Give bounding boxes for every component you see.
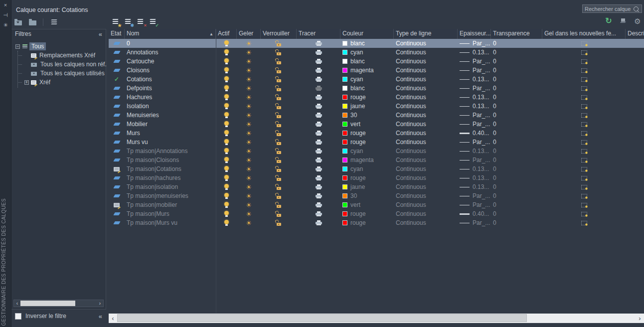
- linetype-cell[interactable]: Continuous: [394, 164, 458, 173]
- lineweight-cell[interactable]: Par_...: [458, 120, 491, 129]
- description-cell[interactable]: [626, 111, 644, 120]
- lineweight-cell[interactable]: Par_...: [458, 191, 491, 200]
- layer-name-cell[interactable]: Tp maison|Cotations: [125, 164, 216, 173]
- description-cell[interactable]: [626, 200, 644, 209]
- table-row[interactable]: Tp maison|mobilier☀vertContinuousPar_...…: [109, 200, 644, 209]
- layer-name-cell[interactable]: Tp maison|menuiseries: [125, 191, 216, 200]
- lock-cell[interactable]: [261, 209, 297, 218]
- transparency-cell[interactable]: 0: [491, 120, 542, 129]
- table-row[interactable]: Murs vu☀rougeContinuousPar_...0: [109, 138, 644, 147]
- freeze-cell[interactable]: ☀: [237, 156, 261, 164]
- table-row[interactable]: Tp maison|Cotations☀cyanContinuous0.13..…: [109, 164, 644, 173]
- column-header-geler[interactable]: Geler: [237, 29, 261, 39]
- linetype-cell[interactable]: Continuous: [394, 218, 458, 227]
- search-box[interactable]: [582, 4, 642, 13]
- table-row[interactable]: Menuiseries☀30ContinuousPar_...0: [109, 111, 644, 120]
- layer-name-cell[interactable]: Tp maison|mobilier: [125, 200, 216, 209]
- new-property-filter-button[interactable]: [12, 17, 23, 27]
- table-row[interactable]: Mobilier☀vertContinuousPar_...0: [109, 120, 644, 129]
- transparency-cell[interactable]: 0: [491, 48, 542, 57]
- layer-name-cell[interactable]: Menuiseries: [125, 111, 216, 120]
- description-cell[interactable]: [626, 93, 644, 102]
- freeze-cell[interactable]: ☀: [237, 173, 261, 182]
- color-cell[interactable]: 30: [340, 111, 394, 120]
- table-scroll-track[interactable]: [117, 314, 636, 323]
- table-row[interactable]: Tp maison|isolation☀jauneContinuous0.13.…: [109, 182, 644, 191]
- lineweight-cell[interactable]: 0.13...: [458, 102, 491, 111]
- layer-name-cell[interactable]: Tp maison|Annotations: [125, 147, 216, 156]
- layer-name-cell[interactable]: Mobilier: [125, 120, 216, 129]
- layer-name-cell[interactable]: Annotations: [125, 48, 216, 57]
- color-cell[interactable]: rouge: [340, 93, 394, 102]
- scroll-right-icon[interactable]: ›: [97, 300, 103, 307]
- plot-cell[interactable]: [297, 209, 340, 218]
- color-cell[interactable]: cyan: [340, 48, 394, 57]
- description-cell[interactable]: [626, 129, 644, 138]
- transparency-cell[interactable]: 0: [491, 84, 542, 93]
- freeze-cell[interactable]: ☀: [237, 147, 261, 156]
- column-header-actif[interactable]: Actif: [216, 29, 237, 39]
- collapse-invert-icon[interactable]: «: [99, 313, 102, 320]
- description-cell[interactable]: [626, 191, 644, 200]
- freeze-cell[interactable]: ☀: [237, 93, 261, 102]
- vp-freeze-cell[interactable]: [542, 129, 626, 138]
- lineweight-cell[interactable]: Par_...: [458, 84, 491, 93]
- description-cell[interactable]: [626, 182, 644, 191]
- vp-freeze-cell[interactable]: [542, 102, 626, 111]
- layer-on-cell[interactable]: [216, 182, 237, 191]
- color-cell[interactable]: rouge: [340, 209, 394, 218]
- description-cell[interactable]: [626, 39, 644, 48]
- color-cell[interactable]: blanc: [340, 57, 394, 66]
- table-row[interactable]: Tp maison|Cloisons☀magentaContinuousPar_…: [109, 156, 644, 164]
- color-cell[interactable]: cyan: [340, 75, 394, 84]
- column-header-epaisseur[interactable]: Epaisseur...: [458, 29, 491, 39]
- column-header-verrouiller[interactable]: Verrouiller: [261, 29, 297, 39]
- layer-name-cell[interactable]: Murs vu: [125, 138, 216, 147]
- layer-name-cell[interactable]: Cotations: [125, 75, 216, 84]
- description-cell[interactable]: [626, 164, 644, 173]
- table-row[interactable]: Isolation☀jauneContinuous0.13...0: [109, 102, 644, 111]
- linetype-cell[interactable]: Continuous: [394, 84, 458, 93]
- lock-cell[interactable]: [261, 84, 297, 93]
- layer-name-cell[interactable]: Tp maison|hachures: [125, 173, 216, 182]
- column-header-tracer[interactable]: Tracer: [297, 29, 340, 39]
- plot-cell[interactable]: [297, 182, 340, 191]
- layer-on-cell[interactable]: [216, 200, 237, 209]
- plot-cell[interactable]: [297, 156, 340, 164]
- table-row[interactable]: Tp maison|Annotations☀cyanContinuous0.13…: [109, 147, 644, 156]
- layer-on-cell[interactable]: [216, 48, 237, 57]
- table-scrollbar[interactable]: ‹ ›: [109, 314, 644, 323]
- lineweight-cell[interactable]: Par_...: [458, 200, 491, 209]
- description-cell[interactable]: [626, 48, 644, 57]
- set-current-layer-button[interactable]: ✓: [147, 16, 158, 26]
- vp-freeze-cell[interactable]: [542, 191, 626, 200]
- linetype-cell[interactable]: Continuous: [394, 182, 458, 191]
- transparency-cell[interactable]: 0: [491, 57, 542, 66]
- lock-cell[interactable]: [261, 120, 297, 129]
- color-cell[interactable]: magenta: [340, 156, 394, 164]
- layer-on-cell[interactable]: [216, 93, 237, 102]
- color-cell[interactable]: rouge: [340, 173, 394, 182]
- lineweight-cell[interactable]: 0.13...: [458, 147, 491, 156]
- table-row[interactable]: Annotations☀cyanContinuous0.13...0: [109, 48, 644, 57]
- vp-freeze-cell[interactable]: [542, 75, 626, 84]
- color-cell[interactable]: vert: [340, 200, 394, 209]
- table-scroll-thumb[interactable]: [117, 314, 527, 322]
- plot-cell[interactable]: [297, 173, 340, 182]
- layer-on-cell[interactable]: [216, 39, 237, 48]
- tree-expander-icon[interactable]: −: [15, 44, 20, 49]
- plot-cell[interactable]: [297, 120, 340, 129]
- vp-freeze-cell[interactable]: [542, 66, 626, 75]
- description-cell[interactable]: [626, 218, 644, 227]
- linetype-cell[interactable]: Continuous: [394, 120, 458, 129]
- transparency-cell[interactable]: 0: [491, 164, 542, 173]
- lock-cell[interactable]: [261, 218, 297, 227]
- description-cell[interactable]: [626, 75, 644, 84]
- transparency-cell[interactable]: 0: [491, 200, 542, 209]
- color-cell[interactable]: blanc: [340, 84, 394, 93]
- table-row[interactable]: Defpoints☀blancContinuousPar_...0: [109, 84, 644, 93]
- lock-cell[interactable]: [261, 57, 297, 66]
- layer-on-cell[interactable]: [216, 75, 237, 84]
- lock-cell[interactable]: [261, 156, 297, 164]
- vp-freeze-cell[interactable]: [542, 138, 626, 147]
